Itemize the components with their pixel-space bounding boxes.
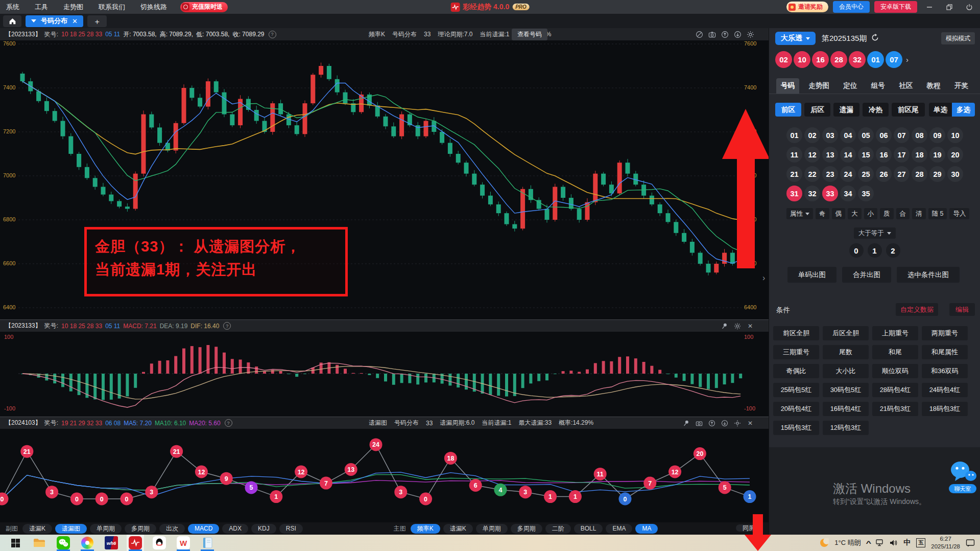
number-19[interactable]: 19 [929, 147, 945, 163]
condition-4[interactable]: 两期重号 [922, 326, 968, 340]
info-icon[interactable]: ? [269, 31, 276, 38]
attr-button-6[interactable]: 合 [896, 208, 910, 219]
custom-data-button[interactable]: 自定义数据 [896, 303, 938, 316]
chat-widget[interactable]: 聊天室 [949, 461, 977, 494]
panel-tab-5[interactable]: 社区 [894, 78, 917, 94]
main-indicator-5[interactable]: 二阶 [545, 524, 571, 534]
number-20[interactable]: 20 [947, 147, 963, 163]
more-balls-icon[interactable]: › [906, 55, 909, 64]
sub-indicator-4[interactable]: 多周期 [125, 524, 156, 534]
number-11[interactable]: 11 [786, 147, 802, 163]
simulation-mode-button[interactable]: 模拟模式 [941, 32, 975, 44]
main-indicator-2[interactable]: 遗漏K [443, 524, 473, 534]
digit-2[interactable]: 2 [886, 243, 900, 258]
number-24[interactable]: 24 [840, 166, 856, 182]
attr-button-9[interactable]: 导入 [949, 208, 969, 219]
mode-2[interactable]: 多选 [952, 103, 975, 117]
new-tab-button[interactable]: ＋ [87, 15, 107, 27]
tab-close-icon[interactable]: ✕ [72, 17, 78, 25]
number-31[interactable]: 31 [786, 186, 802, 201]
clock[interactable]: 6:27 2025/11/28 [931, 535, 960, 550]
digit-1[interactable]: 1 [868, 243, 882, 258]
number-08[interactable]: 08 [912, 127, 927, 143]
number-04[interactable]: 04 [840, 127, 856, 143]
number-12[interactable]: 12 [804, 147, 820, 163]
attribute-select[interactable]: 属性 [786, 208, 813, 219]
condition-22[interactable]: 12码包3红 [823, 421, 869, 435]
number-25[interactable]: 25 [858, 166, 874, 182]
condition-12[interactable]: 和36双码 [922, 364, 968, 378]
condition-15[interactable]: 28码包4红 [872, 383, 918, 397]
home-button[interactable] [3, 15, 21, 27]
menu-item-1[interactable]: 系统 [6, 3, 19, 12]
menu-item-2[interactable]: 工具 [35, 3, 48, 12]
number-27[interactable]: 27 [894, 166, 910, 182]
sub-indicator-7[interactable]: ADX [222, 524, 248, 534]
number-33[interactable]: 33 [822, 186, 838, 201]
condition-18[interactable]: 16码包4红 [823, 402, 869, 416]
network-icon[interactable] [876, 539, 884, 546]
menu-item-5[interactable]: 切换线路 [140, 3, 167, 12]
panel-tab-3[interactable]: 定位 [839, 78, 862, 94]
attr-button-3[interactable]: 大 [848, 208, 862, 219]
number-16[interactable]: 16 [876, 147, 892, 163]
condition-3[interactable]: 上期重号 [872, 326, 918, 340]
screenshot-icon[interactable] [695, 419, 703, 427]
settings-icon[interactable] [746, 30, 754, 38]
number-09[interactable]: 09 [929, 127, 945, 143]
number-18[interactable]: 18 [912, 147, 927, 163]
info-icon[interactable]: ? [223, 322, 231, 330]
ime-indicator[interactable]: 中 [903, 538, 911, 547]
panel-tab-4[interactable]: 组号 [867, 78, 890, 94]
edit-button[interactable]: 编辑 [949, 303, 975, 316]
taskbar-qq[interactable] [151, 535, 168, 551]
refresh-icon[interactable] [871, 34, 879, 43]
number-35[interactable]: 35 [858, 186, 874, 201]
plot-button-2[interactable]: 合并出图 [842, 267, 891, 283]
number-07[interactable]: 07 [894, 127, 910, 143]
filter-3[interactable]: 遗漏 [833, 103, 859, 117]
recharge-button[interactable]: 充值限时送 [180, 2, 228, 12]
number-06[interactable]: 06 [876, 127, 892, 143]
number-01[interactable]: 01 [786, 127, 802, 143]
condition-13[interactable]: 25码包5红 [773, 383, 819, 397]
invite-reward-button[interactable]: 邀请奖励 [786, 2, 828, 12]
condition-10[interactable]: 大小比 [823, 364, 869, 378]
arrow-up-circle-icon[interactable] [708, 419, 716, 427]
draw-off-icon[interactable] [695, 30, 703, 38]
condition-9[interactable]: 奇偶比 [773, 364, 819, 378]
menu-item-4[interactable]: 联系我们 [99, 3, 125, 12]
attr-button-1[interactable]: 奇 [816, 208, 829, 219]
condition-5[interactable]: 三期重号 [773, 345, 819, 359]
number-02[interactable]: 02 [804, 127, 820, 143]
condition-20[interactable]: 18码包3红 [922, 402, 968, 416]
taskbar-photos[interactable] [79, 535, 96, 551]
taskbar-file-explorer[interactable] [31, 535, 48, 551]
taskbar-wps[interactable]: W [175, 535, 192, 551]
main-indicator-7[interactable]: EMA [606, 524, 632, 534]
filter-2[interactable]: 后区 [804, 103, 830, 117]
number-03[interactable]: 03 [822, 127, 838, 143]
condition-6[interactable]: 尾数 [823, 345, 869, 359]
panel-tab-6[interactable]: 教程 [922, 78, 945, 94]
android-download-button[interactable]: 安卓版下载 [874, 1, 917, 13]
condition-16[interactable]: 24码包4红 [922, 383, 968, 397]
arrow-down-circle-icon[interactable] [721, 419, 729, 427]
sub-indicator-6[interactable]: MACD [188, 524, 219, 534]
number-22[interactable]: 22 [804, 166, 820, 182]
pin-icon[interactable] [721, 322, 729, 330]
info-icon[interactable]: ? [225, 419, 232, 427]
sub-indicator-2[interactable]: 遗漏图 [55, 524, 87, 534]
plot-button-3[interactable]: 选中条件出图 [897, 267, 960, 283]
member-center-button[interactable]: 会员中心 [833, 1, 870, 13]
filter-5[interactable]: 前区尾 [892, 103, 925, 117]
close-icon[interactable]: ✕ [746, 419, 754, 427]
notification-icon[interactable] [966, 539, 975, 547]
taskbar-wh6[interactable]: wh6 [103, 535, 120, 551]
attr-button-8[interactable]: 随 5 [928, 208, 947, 219]
taskbar-notes[interactable] [199, 535, 216, 551]
sub-indicator-3[interactable]: 单周期 [90, 524, 122, 534]
sub-indicator-8[interactable]: KDJ [251, 524, 276, 534]
main-indicator-8[interactable]: MA [635, 524, 658, 534]
number-15[interactable]: 15 [858, 147, 874, 163]
